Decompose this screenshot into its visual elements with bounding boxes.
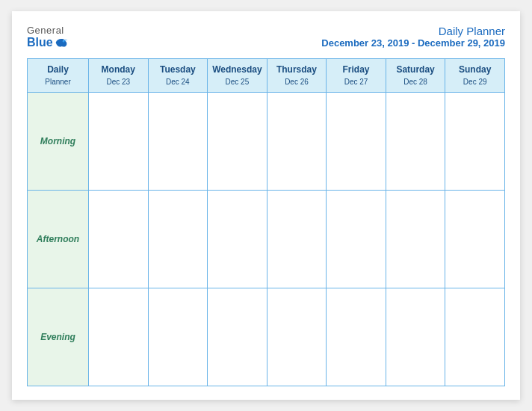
cell-morning-day0[interactable]	[89, 93, 149, 191]
cell-afternoon-day0[interactable]	[89, 191, 149, 288]
logo: General Blue	[27, 25, 68, 49]
cell-morning-day2[interactable]	[208, 93, 267, 191]
cell-evening-day4[interactable]	[327, 288, 386, 386]
cell-evening-day0[interactable]	[89, 288, 149, 386]
col-header-label: Daily Planner	[28, 59, 89, 93]
page: General Blue Daily Planner December 23, …	[12, 11, 520, 400]
row-label-morning: Morning	[28, 93, 89, 191]
cell-morning-day1[interactable]	[148, 93, 208, 191]
cell-evening-day2[interactable]	[208, 288, 267, 386]
cell-afternoon-day6[interactable]	[445, 191, 505, 288]
logo-blue-text: Blue	[27, 36, 68, 49]
cell-afternoon-day4[interactable]	[327, 191, 386, 288]
row-evening: Evening	[28, 288, 505, 386]
header-row: Daily Planner Monday Dec 23 Tuesday Dec …	[28, 59, 505, 93]
cell-morning-day5[interactable]	[386, 93, 445, 191]
cell-morning-day6[interactable]	[445, 93, 505, 191]
col-header-saturday: Saturday Dec 28	[386, 59, 445, 93]
row-label-evening: Evening	[28, 288, 89, 386]
logo-bird-icon	[55, 37, 68, 48]
col-header-sunday: Sunday Dec 29	[445, 59, 505, 93]
row-label-afternoon: Afternoon	[28, 191, 89, 288]
col-header-wednesday: Wednesday Dec 25	[208, 59, 267, 93]
cell-evening-day3[interactable]	[267, 288, 327, 386]
cell-afternoon-day1[interactable]	[148, 191, 208, 288]
cell-evening-day6[interactable]	[445, 288, 505, 386]
header: General Blue Daily Planner December 23, …	[27, 25, 505, 49]
cell-morning-day3[interactable]	[267, 93, 327, 191]
col-header-tuesday: Tuesday Dec 24	[148, 59, 208, 93]
col-header-thursday: Thursday Dec 26	[267, 59, 327, 93]
logo-general-text: General	[27, 25, 64, 36]
row-morning: Morning	[28, 93, 505, 191]
cell-morning-day4[interactable]	[327, 93, 386, 191]
col-header-friday: Friday Dec 27	[327, 59, 386, 93]
cell-afternoon-day3[interactable]	[267, 191, 327, 288]
calendar-table: Daily Planner Monday Dec 23 Tuesday Dec …	[27, 58, 505, 386]
cell-evening-day1[interactable]	[148, 288, 208, 386]
planner-title: Daily Planner	[321, 25, 505, 37]
cell-afternoon-day5[interactable]	[386, 191, 445, 288]
planner-dates: December 23, 2019 - December 29, 2019	[321, 37, 505, 49]
col-header-monday: Monday Dec 23	[89, 59, 149, 93]
row-afternoon: Afternoon	[28, 191, 505, 288]
title-block: Daily Planner December 23, 2019 - Decemb…	[321, 25, 505, 49]
cell-afternoon-day2[interactable]	[208, 191, 267, 288]
cell-evening-day5[interactable]	[386, 288, 445, 386]
